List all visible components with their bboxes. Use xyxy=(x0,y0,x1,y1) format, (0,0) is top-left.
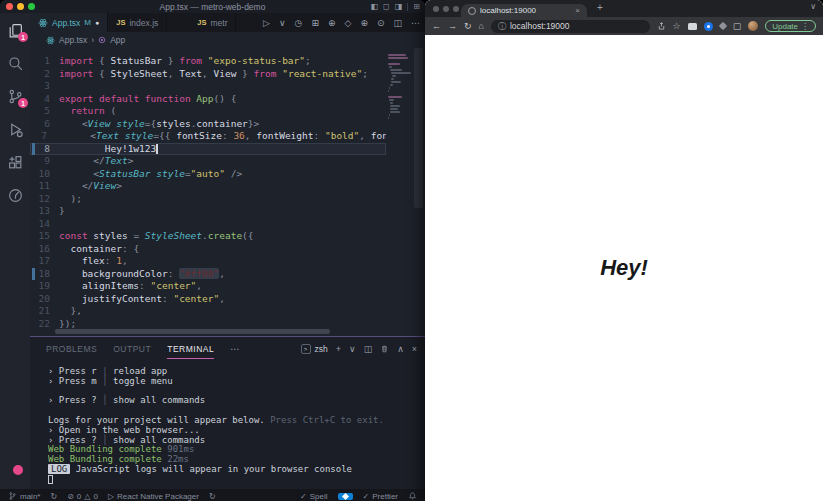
minimize-window-button[interactable] xyxy=(17,3,24,10)
extensions-menu-icon[interactable] xyxy=(718,22,726,30)
problems-item[interactable]: ⊘ 0 △ 0 xyxy=(67,492,98,501)
panel-more-icon[interactable]: ⋯ xyxy=(230,344,239,354)
extensions-icon[interactable] xyxy=(6,153,24,171)
editor-tab-metr[interactable]: JSmetr xyxy=(189,13,236,32)
profile-avatar[interactable] xyxy=(748,21,758,31)
live-share-icon[interactable] xyxy=(6,186,24,204)
sidepanel-icon[interactable]: ▢ xyxy=(733,21,742,31)
toggle-sidebar-icon[interactable]: ◧ xyxy=(371,2,379,11)
sync-item[interactable]: ↻ xyxy=(50,492,57,501)
code-line[interactable]: 10 <StatusBar style="auto" /> xyxy=(30,168,386,181)
window-chevron-icon[interactable]: ∨ xyxy=(810,2,816,11)
token: : xyxy=(168,268,179,279)
run-debug-icon[interactable] xyxy=(6,120,24,138)
terminal-dropdown-icon[interactable]: ∨ xyxy=(349,344,356,354)
code-editor[interactable]: 1import { StatusBar } from "expo-status-… xyxy=(30,48,386,335)
site-info-icon[interactable]: ⓘ xyxy=(498,21,506,32)
run-dropdown-icon[interactable]: ∨ xyxy=(279,18,286,28)
panel-tab-problems[interactable]: PROBLEMS xyxy=(46,339,97,359)
prev-change-icon[interactable]: ⊕ xyxy=(328,18,336,28)
close-window-button[interactable] xyxy=(6,3,13,10)
close-window-button[interactable] xyxy=(433,6,439,12)
close-panel-icon[interactable]: × xyxy=(412,344,417,354)
share-icon[interactable] xyxy=(657,21,666,31)
terminal-shell-chip[interactable]: > zsh xyxy=(301,344,328,354)
line-number: 2 xyxy=(35,68,59,81)
tab-close-icon[interactable]: × xyxy=(575,6,580,15)
breadcrumb-file[interactable]: App.tsx xyxy=(59,35,87,45)
code-line[interactable]: 9 </Text> xyxy=(30,155,386,168)
code-line[interactable]: 4export default function App() { xyxy=(30,93,386,106)
extension-status-badge[interactable] xyxy=(338,493,353,500)
minimap[interactable] xyxy=(386,48,412,335)
code-line[interactable]: 1import { StatusBar } from "expo-status-… xyxy=(30,55,386,68)
code-line[interactable]: 16 container: { xyxy=(30,243,386,256)
explorer-icon[interactable]: 1 xyxy=(6,21,24,39)
prettier-item[interactable]: ✓ Prettier xyxy=(363,492,399,501)
code-line[interactable]: 20 justifyContent: "center", xyxy=(30,293,386,306)
editor-vertical-scrollbar[interactable] xyxy=(414,48,423,208)
next-change-icon[interactable]: ⊕ xyxy=(360,18,368,28)
reload-button[interactable]: ↻ xyxy=(464,21,472,31)
code-line[interactable]: 7 <Text style={{ fontSize: 36, fontWeigh… xyxy=(30,130,386,143)
panel-tab-output[interactable]: OUTPUT xyxy=(113,339,151,359)
bookmark-icon[interactable]: ☆ xyxy=(673,21,681,31)
code-line[interactable]: 3 xyxy=(30,80,386,93)
gitlens-icon[interactable]: ◇ xyxy=(344,18,351,28)
panel-tab-terminal[interactable]: TERMINAL xyxy=(167,339,214,359)
git-branch-item[interactable]: main* xyxy=(8,491,40,501)
editor-tab-index-js[interactable]: JSindex.js xyxy=(108,13,167,32)
editor-tab-app-tsx[interactable]: App.tsxM● xyxy=(30,13,108,32)
code-line[interactable]: 12 ); xyxy=(30,193,386,206)
unsaved-dot-icon[interactable]: ● xyxy=(95,19,99,26)
forward-button[interactable]: → xyxy=(448,21,457,31)
editor-horizontal-scrollbar[interactable] xyxy=(55,329,330,334)
code-line[interactable]: 19 alignItems: "center", xyxy=(30,280,386,293)
breadcrumb-symbol[interactable]: App xyxy=(110,35,125,45)
code-line[interactable]: 14 xyxy=(30,218,386,231)
toggle-secondary-sidebar-icon[interactable]: ◨ xyxy=(395,2,403,11)
split-terminal-icon[interactable]: ◫ xyxy=(364,344,373,354)
code-line[interactable]: 8 Hey!1w123 xyxy=(30,143,386,156)
maximize-panel-icon[interactable]: ∧ xyxy=(397,344,404,354)
minimize-window-button[interactable] xyxy=(443,6,449,12)
browser-tab[interactable]: localhost:19000 × xyxy=(461,4,587,17)
code-line[interactable]: 5 return ( xyxy=(30,105,386,118)
open-changes-icon[interactable]: ⊙ xyxy=(377,18,385,28)
customize-layout-icon[interactable]: ⊞ xyxy=(413,2,420,11)
run-button[interactable]: ▷ xyxy=(263,18,270,28)
new-terminal-icon[interactable]: + xyxy=(336,344,341,354)
zoom-window-button[interactable] xyxy=(28,3,35,10)
code-line[interactable]: 2import { StyleSheet, Text, View } from … xyxy=(30,68,386,81)
notifications-item[interactable] xyxy=(408,491,417,501)
source-control-icon[interactable]: 1 xyxy=(6,87,24,105)
extension-rect-icon[interactable] xyxy=(688,23,697,30)
more-actions-icon[interactable]: ⋯ xyxy=(411,18,420,28)
code-line[interactable]: 21 }, xyxy=(30,305,386,318)
search-icon[interactable] xyxy=(6,54,24,72)
kill-terminal-icon[interactable] xyxy=(380,344,389,354)
zoom-window-button[interactable] xyxy=(453,6,459,12)
timeline-icon[interactable]: ◷ xyxy=(295,18,303,28)
code-line[interactable]: 11 </View> xyxy=(30,180,386,193)
line-number: 21 xyxy=(35,305,59,318)
code-line[interactable]: 6 <View style={styles.container}> xyxy=(30,118,386,131)
terminal-output[interactable]: › Press r │ reload app› Press m │ toggle… xyxy=(48,367,421,489)
packager-item[interactable]: ▷ React Native Packager xyxy=(108,492,199,501)
home-button[interactable]: ⌂ xyxy=(479,21,484,31)
update-button[interactable]: Update ⋮ xyxy=(765,20,816,32)
code-line[interactable]: 18 backgroundColor: "#ff00", xyxy=(30,268,386,281)
compare-icon[interactable]: ⊞ xyxy=(311,18,319,28)
split-editor-icon[interactable]: ◫ xyxy=(393,18,402,28)
code-line[interactable]: 17 flex: 1, xyxy=(30,255,386,268)
address-bar[interactable]: ⓘ localhost:19000 xyxy=(491,20,650,33)
extension-blue-icon[interactable] xyxy=(704,22,713,31)
spell-item[interactable]: ✓ Spell xyxy=(300,492,328,501)
code-line[interactable]: 15const styles = StyleSheet.create({ xyxy=(30,230,386,243)
new-tab-button[interactable]: + xyxy=(597,2,603,13)
token: "bold" xyxy=(325,130,359,141)
sync-item-2[interactable]: ↻ xyxy=(209,492,216,501)
code-line[interactable]: 13} xyxy=(30,205,386,218)
toggle-panel-icon[interactable]: ◻ xyxy=(383,2,390,11)
back-button[interactable]: ← xyxy=(432,21,441,31)
